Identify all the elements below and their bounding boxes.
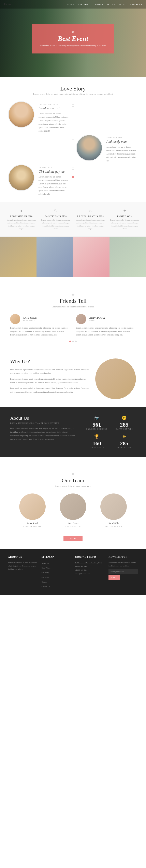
dot-1[interactable]: [69, 341, 71, 342]
stat-number-4: 285: [113, 440, 136, 447]
footer-contact-info: 150 Premium Drive, Brooklyn, USA +1 800 …: [75, 561, 104, 576]
nav-home[interactable]: Home: [67, 3, 74, 5]
footer-about-text: Lorem ipsum dolor sit amet consectetur a…: [8, 561, 38, 571]
contact-line-2: +1 800 000 0000: [75, 565, 104, 568]
stat-icon-2: 😊: [113, 415, 136, 420]
team-title: Our Team: [10, 477, 136, 484]
divider-1: [73, 285, 73, 291]
stat-label-3: Event Goals: [85, 447, 108, 449]
nav-contacts[interactable]: Contacts: [129, 3, 142, 5]
photo-grid: [0, 237, 146, 277]
story-heading-3: Girl and the guy met: [39, 170, 70, 174]
team-name-3: Sara Wells: [95, 522, 132, 525]
team-name-1: Anna Smith: [14, 522, 51, 525]
friends-subtitle: Lorem ipsum dolor sit amet consectetur e…: [10, 305, 136, 308]
about-title: About Us: [10, 415, 77, 421]
story-label-1: 15 February 2018: [39, 103, 70, 105]
hero-box: ✿ Best Event It is the tale of love in l…: [32, 24, 114, 54]
team-diamond: [72, 472, 74, 475]
service-text-4: Lorem ipsum dolor sit amet consectetur a…: [110, 219, 140, 230]
footer-newsletter-title: NEWSLETTER: [108, 556, 138, 559]
story-text-1: 15 February 2018 Lived was a girl Lorem …: [39, 101, 70, 132]
footer-sitemap: SITEMAP About Us Core Values Our Story O…: [42, 556, 71, 589]
why-para-1: Duis aute irure reprehenderit voluptate …: [10, 368, 89, 375]
stat-number-1: 561: [85, 422, 108, 428]
service-text-3: Lorem ipsum dolor sit amet consectetur a…: [75, 219, 105, 230]
service-icon-4: ✦: [110, 208, 140, 214]
avatar-1: [10, 314, 20, 324]
service-title-1: Beginning in 2008: [6, 215, 36, 217]
stat-label-2: Happy Couples: [113, 428, 136, 430]
services-bar: ♦ Beginning in 2008 Lorem ipsum dolor si…: [0, 202, 146, 237]
stat-4: ❋ 285 Event Goals: [113, 434, 136, 449]
team-view-button[interactable]: VIEW: [64, 536, 82, 541]
team-grid: Anna Smith CEO Everybody John Davis Art …: [10, 494, 136, 528]
team-divider: [73, 465, 73, 471]
service-4: ✦ Ending on • Lorem ipsum dolor sit amet…: [107, 208, 142, 230]
nav-about[interactable]: About: [95, 3, 103, 5]
footer-contact-title: CONTACT INFO: [75, 556, 104, 559]
story-text-2: 20 March 2018 And lovely man Lorem labor…: [106, 134, 138, 162]
team-role-2: Art Director: [55, 526, 91, 528]
timeline-2: [70, 134, 76, 152]
team-role-3: Photographer: [95, 526, 132, 528]
contact-line-1: 150 Premium Drive, Brooklyn, USA: [75, 561, 104, 565]
hero-section: ✿ Best Event It is the tale of love in l…: [0, 0, 146, 77]
testimonial-name-1: KATE CHEN: [23, 316, 37, 319]
nav-portfolio[interactable]: Portfolio: [77, 3, 92, 5]
nav-logo[interactable]: Event •: [4, 2, 13, 6]
testimonial-dots: [10, 341, 136, 342]
story-para-2: Lorem labore nis am et donec consectetur…: [106, 145, 138, 162]
team-member-1: Anna Smith CEO Everybody: [14, 494, 51, 528]
nav-blog[interactable]: Blog: [119, 3, 125, 5]
footer-link-6: Contact Us: [42, 584, 71, 588]
why-us-title: Why Us?: [10, 359, 89, 365]
about-text: About Us Lorem ipsum dolor sit amet cons…: [10, 415, 77, 441]
photo-3: [73, 237, 110, 277]
hero-subtitle: It is the tale of love in love story tha…: [40, 44, 106, 48]
timeline-1: [70, 101, 76, 119]
footer-about: ABOUT US Lorem ipsum dolor sit amet cons…: [8, 556, 38, 589]
story-heading-1: Lived was a girl: [39, 106, 70, 110]
contact-line-4: email@domain.com: [75, 572, 104, 576]
service-3: ⌂ A Restaurant in 2826 Lorem ipsum dolor…: [73, 208, 107, 230]
story-circle-1: [8, 101, 34, 128]
team-member-3: Sara Wells Photographer: [95, 494, 132, 528]
team-photo-3: [100, 494, 127, 520]
service-text-2: Lorem ipsum dolor sit amet consectetur a…: [41, 219, 71, 230]
timeline-3: [70, 164, 76, 178]
footer-contact: CONTACT INFO 150 Premium Drive, Brooklyn…: [75, 556, 104, 589]
service-icon-1: ♦: [6, 208, 36, 214]
story-para-3: Lorem labore nis am donec consectetur mo…: [39, 175, 70, 196]
nav-links: Home Portfolio About Prices Blog Contact…: [67, 3, 142, 5]
newsletter-email-input[interactable]: [108, 569, 138, 574]
testimonial-role-1: Bridesmaid •: [23, 319, 37, 321]
photo-1: [0, 237, 36, 277]
service-text-1: Lorem ipsum dolor sit amet consectetur a…: [6, 219, 36, 230]
love-story-section: Love Story Lorem ipsum dolor sit amet co…: [0, 77, 146, 202]
friends-section: Friends Tell Lorem ipsum dolor sit amet …: [0, 277, 146, 350]
friends-title: Friends Tell: [10, 298, 136, 304]
stat-3: 🏆 160 Event Goals: [85, 434, 108, 449]
story-heading-2: And lovely man: [106, 140, 138, 144]
stat-label-1: Projects Finished: [85, 428, 108, 430]
diamond-1: [72, 293, 74, 296]
love-story-subtitle: Lorem ipsum dolor sit amet consectetur a…: [8, 93, 138, 95]
dot-3[interactable]: [75, 341, 77, 342]
stat-number-3: 160: [85, 440, 108, 447]
team-role-1: CEO Everybody: [14, 526, 51, 528]
about-stats: 📷 561 Projects Finished 😊 285 Happy Coup…: [85, 415, 136, 449]
stat-2: 😊 285 Happy Couples: [113, 415, 136, 430]
dot-2[interactable]: [72, 341, 74, 342]
nav-prices[interactable]: Prices: [107, 3, 115, 5]
footer-link-4: Our Team: [42, 575, 71, 579]
newsletter-send-button[interactable]: SEND: [108, 575, 120, 580]
footer-newsletter-text: Subscribe to our newsletter to receive t…: [108, 561, 138, 567]
team-member-2: John Davis Art Director: [55, 494, 91, 528]
navigation: Event • Home Portfolio About Prices Blog…: [0, 0, 146, 8]
story-para-1: Lorem labore nis am donec consectetur mo…: [39, 112, 70, 132]
testimonial-1: KATE CHEN Bridesmaid • Lorem ipsum dolor…: [10, 314, 70, 337]
why-us-section: Why Us? Duis aute irure reprehenderit vo…: [0, 350, 146, 407]
testimonial-text-2: Lorem ipsum dolor sit amet consectetur a…: [76, 326, 136, 337]
about-section: About Us Lorem ipsum dolor sit amet cons…: [0, 407, 146, 457]
